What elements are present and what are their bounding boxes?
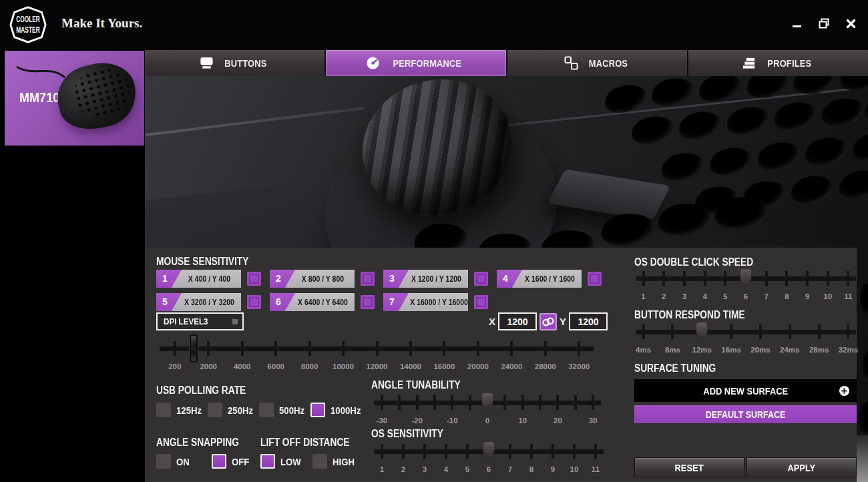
dpi-level-value: X 16000 / Y 16000: [410, 298, 468, 307]
honeycomb-hole-decoration: [856, 399, 868, 439]
default-surface-button[interactable]: DEFAULT SURFACE: [634, 405, 857, 423]
checkbox-unchecked-box[interactable]: [156, 454, 171, 469]
checkbox-off[interactable]: OFF: [212, 454, 260, 469]
checkbox-1000hz[interactable]: 1000Hz: [310, 403, 355, 417]
xy-link-button[interactable]: [539, 313, 557, 330]
apply-button[interactable]: APPLY: [746, 457, 857, 477]
slider-handle[interactable]: [740, 269, 752, 286]
slider-tick-labels: -30-20-100102030: [374, 417, 601, 427]
device-card-mm710[interactable]: MM710: [5, 51, 144, 146]
checkbox-checked-box[interactable]: [212, 454, 226, 469]
slider-track[interactable]: [374, 394, 601, 411]
slider-track[interactable]: [374, 443, 604, 460]
y-dpi-input[interactable]: [569, 312, 608, 330]
dpi-level-1-checkbox[interactable]: [247, 272, 261, 286]
slider-tick: [308, 341, 311, 356]
y-label: Y: [560, 316, 566, 327]
slider-tick-label: 11: [592, 465, 600, 473]
dpi-level-5-button[interactable]: 5X 3200 / Y 3200: [156, 293, 241, 311]
honeycomb-hole-decoration: [860, 345, 868, 386]
slider-handle[interactable]: [190, 334, 198, 363]
tab-performance[interactable]: PERFORMANCE: [326, 50, 507, 76]
lift-off-options: LOWHIGH: [260, 454, 358, 469]
checkbox-unchecked-box[interactable]: [156, 403, 171, 417]
add-new-surface-button[interactable]: ADD NEW SURFACE: [634, 379, 857, 402]
x-dpi-input[interactable]: [498, 312, 537, 330]
slider-handle[interactable]: [696, 322, 708, 340]
slider-tick: [443, 341, 445, 356]
os-sensitivity-slider: 1234567891011: [374, 443, 604, 476]
dpi-level-2-checkbox[interactable]: [361, 272, 375, 286]
slider-track[interactable]: [160, 340, 594, 357]
dpi-level-number: 6: [270, 293, 295, 311]
dpi-level-dropdown[interactable]: DPI LEVEL3: [156, 312, 244, 330]
dpi-level-6-button[interactable]: 6X 6400 / Y 6400: [270, 293, 355, 311]
checkbox-high[interactable]: HIGH: [312, 454, 358, 469]
checkbox-checked-box[interactable]: [260, 454, 275, 469]
button-respond-slider: 4ms8ms12ms16ms20ms24ms28ms32ms: [636, 323, 856, 356]
slider-tick: [642, 324, 645, 339]
slider-tick: [642, 271, 645, 286]
tab-profiles[interactable]: PROFILES: [688, 50, 868, 76]
honeycomb-hole-decoration: [803, 134, 850, 169]
slider-tick-label: 3: [423, 465, 427, 473]
restore-icon: [819, 18, 829, 29]
dpi-level-7-button[interactable]: 7X 16000 / Y 16000: [383, 293, 468, 311]
checkbox-250hz[interactable]: 250Hz: [208, 403, 252, 417]
minimize-icon: [792, 18, 803, 29]
dpi-level-4-button[interactable]: 4X 1600 / Y 1600: [497, 270, 582, 288]
restore-button[interactable]: [819, 18, 829, 29]
slider-handle[interactable]: [482, 393, 493, 411]
minimize-button[interactable]: [792, 18, 803, 29]
slider-tick-label: 10: [518, 417, 527, 425]
angle-tunability-slider: -30-20-100102030: [374, 394, 601, 427]
slider-tick-label: 2: [401, 465, 405, 473]
dpi-level-4-checkbox[interactable]: [588, 272, 602, 286]
slider-tick: [785, 271, 788, 286]
dpi-level-1-button[interactable]: 1X 400 / Y 400: [156, 270, 241, 288]
slider-tick-label: 30: [589, 417, 598, 425]
slider-handle[interactable]: [483, 442, 495, 459]
slider-tick: [544, 341, 547, 356]
slider-track[interactable]: [636, 270, 856, 287]
slider-tick-label: 8: [529, 465, 533, 473]
surface-tuning-heading: SURFACE TUNING: [634, 363, 729, 375]
slider-tick-label: 6: [744, 292, 748, 300]
slider-tick-label: 9: [805, 292, 809, 300]
dpi-level-6-checkbox[interactable]: [361, 295, 375, 309]
slider-tick: [174, 341, 176, 356]
checkbox-on[interactable]: ON: [156, 454, 205, 469]
close-button[interactable]: [845, 18, 856, 29]
dpi-level-cell: 5X 3200 / Y 3200: [156, 293, 270, 311]
dpi-level-2-button[interactable]: 2X 800 / Y 800: [270, 270, 355, 288]
dpi-level-3-button[interactable]: 3X 1200 / Y 1200: [383, 270, 468, 288]
slider-tick: [469, 395, 471, 410]
x-label: X: [489, 316, 495, 327]
os-sensitivity-heading: OS SENSITIVITY: [371, 428, 455, 440]
slider-track[interactable]: [636, 323, 856, 340]
usb-polling-options: 125Hz250Hz500Hz1000Hz: [156, 403, 355, 417]
slider-tick: [671, 324, 674, 339]
checkbox-unchecked-box[interactable]: [208, 403, 222, 417]
checkbox-checked-box[interactable]: [310, 403, 325, 417]
slider-tick-label: 2000: [200, 363, 217, 371]
dpi-level-number: 3: [383, 270, 409, 288]
slider-tick-label: 20: [554, 417, 562, 425]
tab-macros[interactable]: MACROS: [507, 50, 688, 76]
slider-tick: [376, 341, 379, 356]
tab-buttons[interactable]: BUTTONS: [145, 50, 326, 76]
dpi-level-5-checkbox[interactable]: [247, 295, 261, 309]
dpi-level-3-checkbox[interactable]: [474, 272, 488, 286]
checkbox-unchecked-box[interactable]: [259, 403, 274, 417]
honeycomb-hole-decoration: [629, 113, 676, 148]
brand-tagline: Make It Yours.: [61, 16, 142, 31]
checkbox-125hz[interactable]: 125Hz: [156, 403, 201, 417]
dpi-level-7-checkbox[interactable]: [474, 295, 488, 309]
checkbox-low[interactable]: LOW: [260, 454, 306, 469]
checkbox-500hz[interactable]: 500Hz: [259, 403, 304, 417]
device-cable-decoration: [9, 60, 69, 87]
slider-tick: [509, 444, 511, 459]
reset-button[interactable]: RESET: [634, 457, 744, 477]
slider-tick-label: 5: [723, 292, 727, 300]
checkbox-unchecked-box[interactable]: [312, 454, 327, 469]
